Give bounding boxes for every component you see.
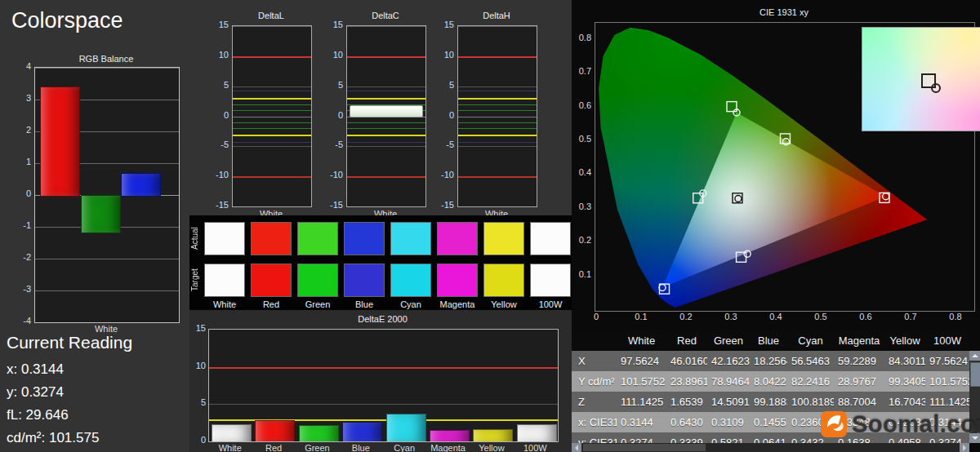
table-cell: 28.9767 <box>834 375 884 388</box>
cie-plot <box>595 22 975 312</box>
table-horizontal-scrollbar[interactable] <box>572 443 969 452</box>
cie-y-tick-label: 0.7 <box>572 66 591 76</box>
horizontal-scroll-thumb[interactable] <box>583 444 706 451</box>
watermark: Soomal.com <box>820 410 980 438</box>
table-header-row: WhiteRedGreenBlueCyanMagentaYellow100W <box>572 330 969 351</box>
swatch-target-yellow <box>483 264 524 297</box>
rgb-balance-bar-blue <box>121 173 161 197</box>
swatch-actual-blue <box>344 222 385 255</box>
rgb-balance-title: RGB Balance <box>34 54 178 64</box>
reading-y: y: 0.3274 <box>7 384 64 401</box>
y-tick-label: -5 <box>207 140 229 149</box>
y-tick-label: 10 <box>189 361 206 370</box>
y-tick-label: 1 <box>18 157 31 166</box>
delta-e-plot <box>208 329 559 442</box>
table-cell: 84.3011 <box>884 355 925 367</box>
vertical-scroll-thumb[interactable] <box>970 362 980 387</box>
table-cell: 8.0422 <box>750 375 787 388</box>
reference-line <box>458 104 537 105</box>
swatch-label: White <box>202 299 248 309</box>
reference-line <box>458 110 537 111</box>
rgb-balance-bar-green <box>81 195 121 233</box>
cie-y-tick-label: 0.3 <box>572 202 591 211</box>
table-cell: 0.3144 <box>617 416 666 428</box>
reference-line <box>233 128 311 129</box>
swatch-label: Red <box>248 299 295 309</box>
cie-x-tick-label: 0.5 <box>809 312 832 321</box>
delta-e-bar-red <box>255 420 295 443</box>
swatch-actual-green <box>297 222 338 255</box>
delta-e-bar-yellow <box>473 429 513 442</box>
y-tick-label: 0 <box>433 110 454 120</box>
delta-e-bar-white <box>212 424 252 442</box>
delta-e-chart: DeltaE 2000 151050WhiteRedGreenBlueCyanM… <box>189 310 572 452</box>
gridline <box>458 86 537 87</box>
y-tick-label: -5 <box>322 140 343 149</box>
watermark-text: Soomal.com <box>852 411 980 438</box>
table-cell: 56.5463 <box>787 355 834 367</box>
gridline <box>209 404 558 405</box>
table-row-3[interactable]: Z111.14251.653914.509199.1883100.818988.… <box>572 392 969 412</box>
swatch-actual-yellow <box>483 222 524 255</box>
reference-line <box>458 176 537 178</box>
y-tick-label: -10 <box>433 170 454 179</box>
y-tick-label: -4 <box>18 316 31 326</box>
reference-line <box>347 176 425 178</box>
column-header: Red <box>666 335 707 347</box>
y-tick-label: -15 <box>322 200 343 210</box>
y-tick-label: 0 <box>322 110 343 120</box>
y-tick-label: -5 <box>433 140 454 149</box>
cie-x-tick-label: 0.3 <box>719 312 742 321</box>
reference-line <box>233 56 311 58</box>
reading-fl: fL: 29.646 <box>7 407 69 423</box>
x-tick-label: Blue <box>339 443 382 452</box>
table-row-2[interactable]: Y cd/m²101.575223.896178.94648.042282.24… <box>572 371 969 392</box>
y-tick-label: 4 <box>18 61 31 71</box>
table-row-1[interactable]: X97.562446.016042.162318.256456.546359.2… <box>572 351 969 371</box>
table-cell: 97.5624 <box>617 355 666 367</box>
reference-line <box>347 56 425 58</box>
gridline <box>458 26 537 27</box>
y-tick-label: 3 <box>18 93 31 103</box>
reference-line <box>209 367 558 369</box>
table-cell: 0.3109 <box>707 416 750 428</box>
scroll-right-button[interactable] <box>960 443 969 452</box>
x-tick-label: Red <box>252 443 295 452</box>
gridline <box>233 117 311 117</box>
scroll-up-button[interactable] <box>969 351 980 361</box>
y-tick-label: 15 <box>189 323 206 333</box>
swatch-target-magenta <box>437 264 478 297</box>
cie-x-tick-label: 0 <box>585 312 608 321</box>
x-tick-label: Magenta <box>426 443 470 452</box>
gridline <box>347 26 425 27</box>
reference-line <box>233 135 311 136</box>
swatch-actual-cyan <box>390 222 431 255</box>
scroll-left-button[interactable] <box>572 443 581 452</box>
y-tick-label: 10 <box>322 50 343 60</box>
cie-panel: CIE 1931 xy <box>572 0 980 452</box>
delta-e-bar-100w <box>517 424 557 442</box>
y-tick-label: 15 <box>322 20 343 29</box>
reference-line <box>347 128 425 129</box>
y-tick-label: 10 <box>207 50 229 60</box>
y-tick-label: -15 <box>207 200 229 210</box>
cie-y-tick-label: 0.1 <box>572 269 591 279</box>
swatch-actual-100w <box>530 222 571 255</box>
row-label: X <box>572 355 617 367</box>
delta-c-plot <box>346 25 426 207</box>
delta-c-chart: DeltaC White 151050-5-10-15 <box>322 8 436 219</box>
cie-y-tick-label: 0.5 <box>572 134 591 144</box>
reference-line <box>458 135 537 136</box>
cie-y-tick-label: 0.2 <box>572 235 591 245</box>
delta-h-plot <box>457 25 537 207</box>
delta-e-title: DeltaE 2000 <box>208 314 557 324</box>
y-tick-label: -10 <box>322 170 343 179</box>
y-tick-label: -10 <box>207 170 229 179</box>
swatch-label: Yellow <box>481 299 528 309</box>
swatch-target-white <box>204 264 245 297</box>
table-cell: 97.5624 <box>925 355 969 367</box>
swatch-label: 100W <box>528 299 574 309</box>
table-cell: 0.1455 <box>750 416 787 428</box>
column-header: Magenta <box>834 335 884 347</box>
reference-line <box>458 56 537 58</box>
